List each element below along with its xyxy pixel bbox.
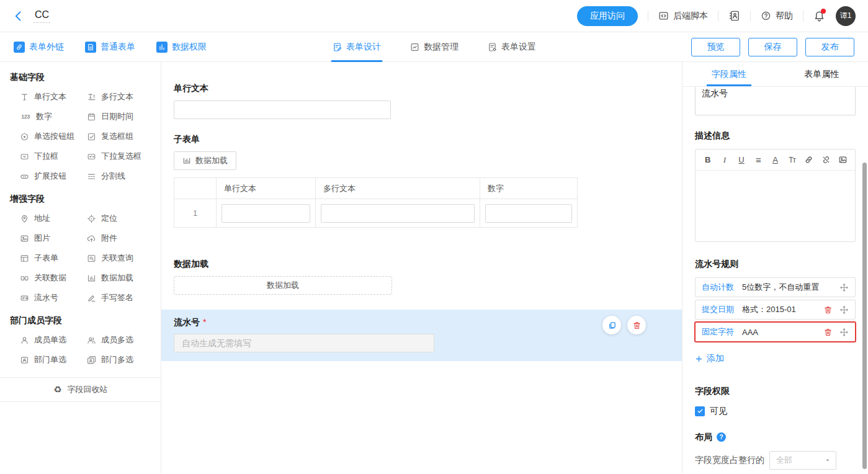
rich-text-content[interactable]	[696, 171, 855, 241]
sidebar-item-label: 数据加载	[101, 272, 133, 284]
sidebar-item-label: 单行文本	[34, 91, 66, 102]
sidebar-item-multiselect[interactable]: 下拉复选框	[87, 146, 161, 166]
move-icon[interactable]	[839, 283, 849, 292]
rule-row-auto-count[interactable]: 自动计数 5位数字，不自动重置	[695, 277, 856, 297]
copy-field-button[interactable]	[602, 316, 621, 334]
field-serial-number-selected[interactable]: 流水号*	[161, 310, 682, 361]
sidebar-item-dept-single[interactable]: 部门单选	[20, 350, 87, 370]
tab-form-properties[interactable]: 表单属性	[776, 62, 868, 86]
sidebar-item-attachment[interactable]: 附件	[87, 228, 161, 248]
rule-row-fixed-chars-highlighted[interactable]: 固定字符 AAA	[695, 322, 856, 342]
save-button[interactable]: 保存	[748, 38, 797, 56]
trash-icon	[632, 321, 642, 330]
sidebar-item-expand-button[interactable]: 扩展按钮	[20, 166, 87, 186]
image-icon[interactable]	[836, 154, 849, 166]
trash-icon[interactable]	[823, 305, 833, 315]
panel-scrollbar-thumb[interactable]	[862, 163, 867, 469]
subform-data-load-button[interactable]: 数据加载	[174, 151, 236, 170]
italic-icon[interactable]: I	[718, 154, 731, 166]
rule-description: AAA	[742, 328, 823, 337]
tab-form-settings[interactable]: 表单设置	[486, 32, 537, 62]
sidebar-item-datetime[interactable]: 日期时间	[87, 107, 161, 127]
visible-checkbox[interactable]	[695, 406, 705, 416]
sidebar-item-dept-multi[interactable]: 部门多选	[87, 350, 161, 370]
contacts-button[interactable]	[728, 10, 740, 22]
layout-label-row: 布局 ?	[695, 432, 856, 443]
single-line-text-input[interactable]	[174, 101, 391, 119]
tab-data-manage[interactable]: 数据管理	[408, 32, 460, 62]
rule-type-link[interactable]: 自动计数	[702, 282, 734, 293]
sidebar-item-textarea[interactable]: 多行文本	[87, 87, 161, 107]
field-subform[interactable]: 子表单 数据加载 单行文本 多行文本 数字 1	[174, 134, 669, 228]
sidebar-item-lookup[interactable]: 关联查询	[87, 248, 161, 268]
data-permission-button[interactable]: 数据权限	[156, 42, 207, 53]
tab-field-properties[interactable]: 字段属性	[682, 62, 776, 86]
move-icon[interactable]	[839, 328, 849, 337]
notification-bell-icon[interactable]	[813, 10, 825, 22]
document-icon	[85, 42, 96, 53]
sidebar-item-select[interactable]: 下拉框	[20, 146, 87, 166]
bar-chart-icon	[156, 42, 168, 53]
help-button[interactable]: 帮助	[761, 11, 793, 22]
address-icon	[20, 214, 29, 223]
font-color-icon[interactable]: A	[769, 154, 781, 166]
avatar[interactable]: 谭1	[836, 6, 856, 26]
publish-button[interactable]: 发布	[805, 38, 854, 56]
link-icon[interactable]	[803, 154, 815, 166]
subform-cell-input[interactable]	[321, 204, 475, 223]
rule-type-link[interactable]: 固定字符	[702, 326, 734, 338]
sidebar-item-data-load[interactable]: 数据加载	[87, 268, 161, 288]
sidebar-item-member-multi[interactable]: 成员多选	[87, 330, 161, 350]
subform-cell-input[interactable]	[221, 204, 310, 223]
unlink-icon[interactable]	[820, 154, 832, 166]
add-rule-button[interactable]: 添加	[695, 353, 724, 364]
field-recycle-bin[interactable]: ♻ 字段回收站	[0, 377, 161, 402]
data-load-trigger-button[interactable]: 数据加载	[174, 276, 392, 295]
normal-form-button[interactable]: 普通表单	[85, 42, 135, 53]
backend-script-button[interactable]: 后端脚本	[658, 11, 708, 22]
sidebar-item-label: 图片	[34, 233, 50, 244]
sidebar-item-input-text[interactable]: 单行文本	[20, 87, 87, 107]
serial-rules-label: 流水号规则	[695, 259, 856, 270]
sidebar-item-signature[interactable]: 手写签名	[87, 288, 161, 308]
toolbar-shortcuts: 表单外链 普通表单 数据权限	[14, 42, 207, 53]
description-label: 描述信息	[695, 130, 856, 141]
preview-button[interactable]: 预览	[691, 38, 740, 56]
underline-icon[interactable]: U	[735, 154, 748, 166]
chevron-down-icon	[820, 452, 836, 469]
sidebar-item-subform[interactable]: 子表单	[20, 248, 87, 268]
external-link-button[interactable]: 表单外链	[14, 42, 64, 53]
bold-icon[interactable]: B	[702, 154, 714, 166]
align-icon[interactable]: ≡	[752, 154, 764, 166]
sidebar-item-address[interactable]: 地址	[20, 208, 87, 228]
sidebar-item-number[interactable]: 123数字	[20, 107, 87, 127]
main-tabs: 表单设计 数据管理 表单设置	[331, 32, 537, 62]
sidebar-item-radio-group[interactable]: 单选按钮组	[20, 127, 87, 146]
field-width-select[interactable]: 全部	[769, 451, 836, 470]
sidebar-item-member-single[interactable]: 成员单选	[20, 330, 87, 350]
sidebar-item-locate[interactable]: 定位	[87, 208, 161, 228]
serial-number-input[interactable]	[174, 334, 434, 352]
sidebar-item-image[interactable]: 图片	[20, 228, 87, 248]
tab-form-design[interactable]: 表单设计	[331, 32, 382, 62]
font-size-icon[interactable]: Tт	[786, 154, 799, 166]
field-title-input[interactable]: 流水号	[695, 87, 856, 115]
sidebar-item-divider[interactable]: 分割线	[87, 166, 161, 186]
move-icon[interactable]	[839, 305, 849, 315]
form-title[interactable]: CC	[34, 9, 50, 23]
layout-help-icon[interactable]: ?	[717, 432, 726, 442]
trash-icon[interactable]	[823, 328, 833, 337]
rule-row-submit-date[interactable]: 提交日期 格式：2015-01	[695, 300, 856, 320]
delete-field-button[interactable]	[627, 316, 646, 334]
field-single-line-text[interactable]: 单行文本	[174, 83, 669, 119]
sidebar-item-serial[interactable]: 流水号	[20, 288, 87, 308]
rule-type-link[interactable]: 提交日期	[702, 304, 734, 315]
back-icon[interactable]	[12, 10, 25, 22]
visible-checkbox-row[interactable]: 可见	[695, 406, 856, 417]
sidebar-item-linked-data[interactable]: 关联数据	[20, 268, 87, 288]
sidebar-item-checkbox-group[interactable]: 复选框组	[87, 127, 161, 146]
field-data-load[interactable]: 数据加载 数据加载	[174, 259, 669, 295]
subform-cell-input[interactable]	[485, 204, 572, 223]
app-access-button[interactable]: 应用访问	[577, 6, 638, 26]
recycle-label: 字段回收站	[68, 384, 108, 395]
